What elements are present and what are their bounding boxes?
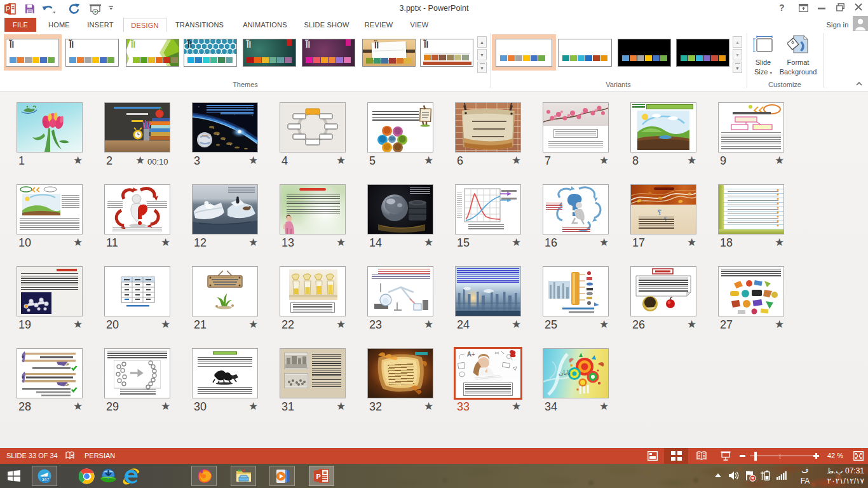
svg-text:P: P — [316, 473, 321, 480]
svg-text:پایان: پایان — [559, 369, 571, 377]
svg-text:؟: ؟ — [658, 208, 661, 216]
svg-text:A+: A+ — [467, 351, 475, 358]
